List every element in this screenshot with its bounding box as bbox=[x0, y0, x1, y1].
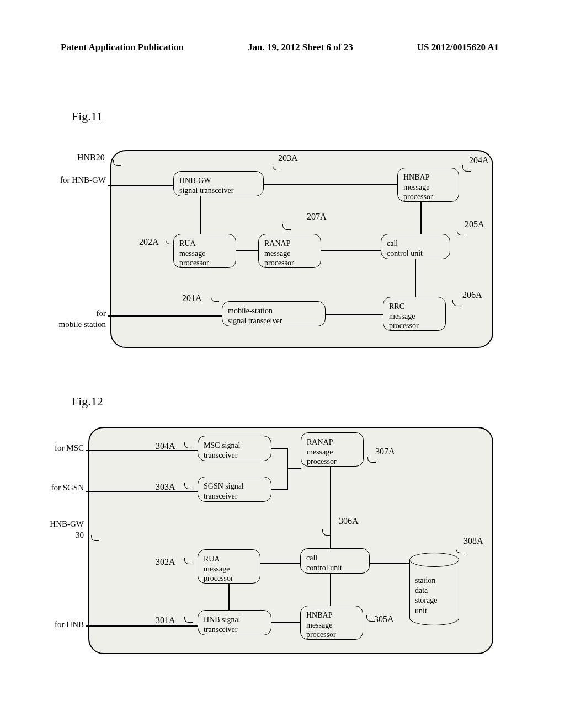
block-line: RRC bbox=[389, 302, 440, 312]
connector-line bbox=[108, 185, 173, 186]
figure-12-label: Fig.12 bbox=[72, 394, 103, 409]
connector-line bbox=[330, 467, 331, 548]
block-line: MSC signal bbox=[204, 441, 265, 451]
figure-12-panel: for MSC for SGSN HNB-GW 30 for HNB MSC s… bbox=[88, 427, 493, 654]
ext-label-hnbgw-line2: 30 bbox=[62, 531, 84, 540]
block-line: message bbox=[307, 447, 358, 457]
ref-304a: 304A bbox=[156, 441, 175, 451]
block-sgsn-transceiver: SGSN signal transceiver bbox=[198, 477, 271, 502]
connector-line bbox=[271, 622, 300, 623]
block-line: call bbox=[306, 553, 364, 563]
ext-label-sgsn: for SGSN bbox=[40, 483, 84, 493]
ref-306a: 306A bbox=[339, 516, 359, 526]
leader-tick-icon bbox=[462, 165, 472, 173]
block-line: transceiver bbox=[204, 625, 265, 635]
ref-307a: 307A bbox=[375, 447, 395, 457]
leader-tick-icon bbox=[166, 238, 175, 246]
block-line: processor bbox=[389, 321, 440, 331]
ref-305a: 305A bbox=[374, 614, 394, 624]
leader-tick-icon bbox=[456, 547, 466, 555]
block-line: message bbox=[403, 183, 453, 192]
block-line: processor bbox=[403, 192, 453, 202]
connector-line bbox=[228, 584, 230, 610]
leader-tick-icon bbox=[457, 229, 467, 237]
connector-line bbox=[271, 448, 288, 449]
block-station-data-storage: station data storage unit bbox=[409, 553, 459, 624]
ref-308a: 308A bbox=[463, 536, 483, 546]
connector-line bbox=[260, 563, 300, 564]
header-right: US 2012/0015620 A1 bbox=[417, 42, 499, 53]
block-line: transceiver bbox=[204, 451, 265, 461]
block-line: control unit bbox=[387, 249, 444, 259]
leader-tick-icon bbox=[113, 160, 123, 168]
connector-line bbox=[420, 202, 422, 234]
leader-tick-icon bbox=[184, 558, 194, 566]
block-rrc-processor: RRC message processor bbox=[383, 297, 446, 331]
block-line: HNB signal bbox=[204, 615, 265, 625]
block-line: SGSN signal bbox=[204, 481, 265, 491]
block-call-control: call control unit bbox=[300, 548, 370, 574]
leader-tick-icon bbox=[366, 615, 376, 623]
block-line: HNB-GW bbox=[179, 176, 258, 186]
ext-label-hnbgw: for HNB-GW bbox=[45, 175, 106, 185]
block-line: RANAP bbox=[307, 437, 358, 447]
block-hnbgw-signal-transceiver: HNB-GW signal transceiver bbox=[173, 171, 264, 196]
connector-line bbox=[271, 489, 288, 490]
block-line: HNBAP bbox=[306, 611, 357, 620]
leader-tick-icon bbox=[452, 300, 462, 308]
block-line: data bbox=[415, 586, 437, 596]
leader-tick-icon bbox=[282, 224, 292, 232]
connector-line bbox=[321, 250, 381, 251]
connector-line bbox=[287, 448, 288, 490]
block-line: mobile-station bbox=[228, 306, 319, 316]
ext-label-mobile-line2: mobile station bbox=[45, 320, 106, 329]
block-mobile-station-transceiver: mobile-station signal transceiver bbox=[222, 301, 326, 326]
block-line: message bbox=[306, 620, 357, 630]
block-call-control: call control unit bbox=[381, 234, 450, 259]
leader-tick-icon bbox=[91, 535, 101, 543]
block-line: signal transceiver bbox=[228, 316, 319, 326]
block-hnbap-processor: HNBAP message processor bbox=[300, 606, 363, 640]
connector-line bbox=[264, 184, 397, 185]
connector-line bbox=[330, 574, 331, 606]
header-center: Jan. 19, 2012 Sheet 6 of 23 bbox=[248, 42, 353, 53]
ext-label-hnb: for HNB bbox=[40, 620, 84, 629]
leader-tick-icon bbox=[184, 442, 194, 450]
leader-tick-icon bbox=[273, 164, 282, 172]
ref-206a: 206A bbox=[462, 290, 482, 300]
device-label-hnb20: HNB20 bbox=[77, 153, 105, 163]
cylinder-top-icon bbox=[409, 553, 459, 567]
connector-line bbox=[326, 314, 383, 315]
connector-line bbox=[415, 259, 416, 297]
block-rua-processor: RUA message processor bbox=[173, 234, 236, 268]
connector-line bbox=[86, 450, 198, 451]
connector-line bbox=[200, 196, 201, 234]
connector-line bbox=[86, 625, 198, 627]
block-ranap-processor: RANAP message processor bbox=[301, 432, 364, 467]
block-line: RUA bbox=[204, 554, 254, 564]
block-line: RUA bbox=[179, 239, 230, 249]
header-left: Patent Application Publication bbox=[61, 42, 184, 53]
block-ranap-processor: RANAP message processor bbox=[258, 234, 321, 268]
block-hnb-transceiver: HNB signal transceiver bbox=[198, 610, 271, 635]
ref-207a: 207A bbox=[307, 212, 327, 222]
block-line: message bbox=[389, 312, 440, 322]
block-line: message bbox=[264, 249, 315, 259]
block-line: call bbox=[387, 239, 444, 249]
connector-line bbox=[86, 491, 198, 492]
page-header: Patent Application Publication Jan. 19, … bbox=[61, 42, 499, 53]
block-line: message bbox=[179, 249, 230, 259]
leader-tick-icon bbox=[211, 296, 221, 303]
block-line: control unit bbox=[306, 563, 364, 573]
ext-label-mobile-line1: for bbox=[45, 309, 106, 318]
connector-line bbox=[370, 563, 409, 564]
connector-line bbox=[287, 468, 301, 469]
block-line: processor bbox=[179, 258, 230, 268]
connector-line bbox=[108, 315, 222, 317]
ref-203a: 203A bbox=[278, 153, 298, 163]
block-line: station bbox=[415, 576, 437, 586]
ref-202a: 202A bbox=[139, 237, 159, 247]
leader-tick-icon bbox=[367, 457, 377, 464]
figure-11-panel: HNB20 for HNB-GW for mobile station HNB-… bbox=[110, 150, 493, 348]
block-line: processor bbox=[204, 574, 254, 584]
